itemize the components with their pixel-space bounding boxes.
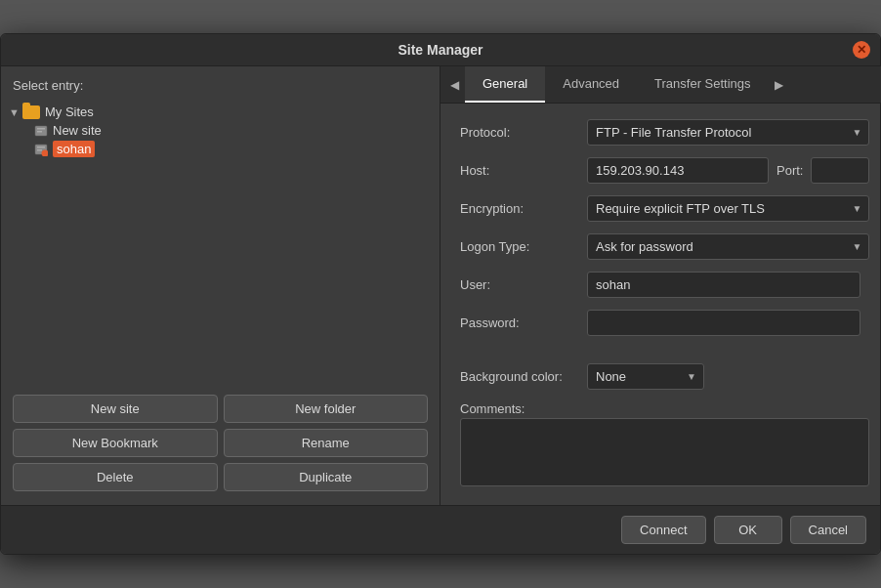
new-site-button[interactable]: New site — [13, 395, 218, 423]
encryption-label: Encryption: — [460, 201, 587, 216]
duplicate-button[interactable]: Duplicate — [224, 463, 429, 491]
svg-rect-4 — [37, 147, 45, 148]
bg-color-select[interactable]: None Red Green Blue Yellow — [587, 363, 704, 390]
tab-transfer-settings[interactable]: Transfer Settings — [637, 66, 769, 103]
tab-advanced[interactable]: Advanced — [545, 66, 637, 103]
logon-type-row: Logon Type: Ask for password Normal Anon… — [460, 233, 869, 260]
port-label: Port: — [776, 163, 803, 178]
form-area: Protocol: FTP - File Transfer Protocol S… — [440, 104, 881, 505]
new-bookmark-button[interactable]: New Bookmark — [13, 429, 218, 457]
close-button[interactable]: ✕ — [853, 41, 870, 59]
tree-item-sohan[interactable]: sohan — [1, 140, 440, 158]
tree-item-new-site[interactable]: New site — [1, 121, 440, 140]
site-manager-dialog: Site Manager ✕ Select entry: ▼ My Sites — [0, 33, 881, 555]
tree-label-new-site: New site — [53, 123, 102, 138]
tree-item-my-sites[interactable]: ▼ My Sites — [1, 103, 440, 121]
connect-button[interactable]: Connect — [621, 516, 705, 544]
bg-color-select-wrapper: None Red Green Blue Yellow ▼ — [587, 363, 704, 390]
encryption-row: Encryption: Require explicit FTP over TL… — [460, 195, 869, 222]
left-buttons: New site New folder New Bookmark Rename … — [1, 385, 440, 495]
right-panel: ◀ General Advanced Transfer Settings ▶ P… — [440, 66, 881, 505]
password-row: Password: — [460, 310, 869, 336]
protocol-row: Protocol: FTP - File Transfer Protocol S… — [460, 119, 869, 146]
host-row: Host: Port: — [460, 157, 869, 184]
bg-color-label: Background color: — [460, 369, 587, 384]
user-label: User: — [460, 277, 587, 292]
site-icon-new-site — [34, 124, 48, 138]
tree-label-my-sites: My Sites — [45, 105, 94, 119]
comments-textarea[interactable] — [460, 418, 869, 486]
dialog-title: Site Manager — [398, 42, 482, 58]
new-folder-button[interactable]: New folder — [224, 395, 429, 423]
svg-rect-5 — [37, 149, 42, 151]
bg-color-controls: None Red Green Blue Yellow ▼ — [587, 363, 704, 390]
site-icon-sohan — [34, 143, 48, 156]
select-entry-label: Select entry: — [1, 76, 440, 99]
user-row: User: — [460, 272, 869, 298]
tabs-bar: ◀ General Advanced Transfer Settings ▶ — [440, 66, 881, 104]
svg-rect-2 — [37, 131, 42, 133]
title-bar: Site Manager ✕ — [1, 34, 880, 66]
encryption-select-wrapper: Require explicit FTP over TLS Use explic… — [587, 195, 869, 222]
delete-button[interactable]: Delete — [13, 463, 218, 491]
folder-icon — [22, 105, 40, 119]
tab-left-arrow[interactable]: ◀ — [444, 70, 465, 100]
protocol-select-wrapper: FTP - File Transfer Protocol SFTP FTPS ▼ — [587, 119, 869, 146]
cancel-button[interactable]: Cancel — [790, 516, 866, 544]
comments-block: Comments: — [460, 401, 869, 489]
password-label: Password: — [460, 315, 587, 330]
host-input[interactable] — [587, 157, 769, 184]
user-input[interactable] — [587, 272, 860, 298]
protocol-label: Protocol: — [460, 125, 587, 140]
password-input[interactable] — [587, 310, 860, 336]
comments-label: Comments: — [460, 401, 524, 416]
rename-button[interactable]: Rename — [224, 429, 429, 457]
host-label: Host: — [460, 163, 587, 178]
bottom-bar: Connect OK Cancel — [1, 505, 880, 554]
sohan-highlight: sohan — [53, 141, 95, 157]
encryption-select[interactable]: Require explicit FTP over TLS Use explic… — [587, 195, 869, 222]
bg-color-row: Background color: None Red Green Blue Ye… — [460, 363, 869, 390]
protocol-select[interactable]: FTP - File Transfer Protocol SFTP FTPS — [587, 119, 869, 146]
spacer-block — [460, 348, 869, 363]
ok-button[interactable]: OK — [714, 516, 782, 544]
svg-rect-1 — [37, 128, 45, 130]
logon-type-label: Logon Type: — [460, 239, 587, 254]
left-panel: Select entry: ▼ My Sites — [1, 66, 440, 505]
tab-general[interactable]: General — [465, 66, 545, 103]
port-input[interactable] — [811, 157, 869, 184]
tree-arrow-icon: ▼ — [9, 106, 22, 118]
tree-area: ▼ My Sites New site — [1, 99, 440, 385]
tab-right-arrow[interactable]: ▶ — [769, 70, 789, 100]
tree-label-sohan: sohan — [53, 142, 95, 156]
logon-type-select[interactable]: Ask for password Normal Anonymous Intera… — [587, 233, 869, 260]
logon-type-select-wrapper: Ask for password Normal Anonymous Intera… — [587, 233, 869, 260]
main-content: Select entry: ▼ My Sites — [1, 66, 880, 505]
host-port-group: Port: — [587, 157, 869, 184]
